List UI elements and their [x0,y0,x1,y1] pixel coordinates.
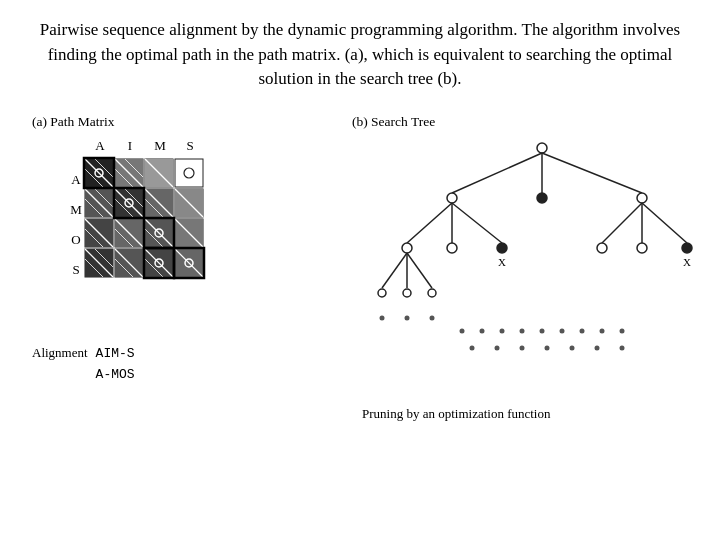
pruning-label: Pruning by an optimization function [352,406,550,422]
main-title: Pairwise sequence alignment by the dynam… [32,18,688,92]
page-container: Pairwise sequence alignment by the dynam… [0,0,720,540]
svg-text:I: I [128,138,132,153]
svg-line-106 [407,253,432,288]
svg-line-82 [452,153,542,193]
alignment-values: AIM-S A-MOS [96,344,135,386]
path-matrix-svg: A I M S A M O S [32,136,242,336]
alignment-val2: A-MOS [96,367,135,382]
svg-point-124 [570,345,575,350]
svg-text:O: O [71,232,80,247]
svg-text:X: X [683,256,691,268]
svg-point-22 [184,168,194,178]
svg-point-111 [460,328,465,333]
svg-point-107 [428,289,436,297]
svg-line-86 [542,153,642,193]
svg-point-85 [537,193,547,203]
svg-point-116 [560,328,565,333]
svg-point-112 [480,328,485,333]
svg-point-114 [520,328,525,333]
svg-text:M: M [154,138,166,153]
svg-point-93 [497,243,507,253]
svg-point-109 [405,315,410,320]
svg-point-122 [520,345,525,350]
alignment-val1: AIM-S [96,346,135,361]
svg-point-105 [403,289,411,297]
svg-text:S: S [72,262,79,277]
svg-point-113 [500,328,505,333]
svg-point-98 [637,243,647,253]
svg-point-103 [378,289,386,297]
search-tree-svg: X X [352,136,720,396]
left-panel-label: (a) Path Matrix [32,114,114,130]
svg-point-81 [537,143,547,153]
svg-point-125 [595,345,600,350]
svg-point-118 [600,328,605,333]
right-panel: (b) Search Tree [332,114,720,422]
svg-point-115 [540,328,545,333]
svg-text:A: A [71,172,81,187]
svg-line-92 [452,203,502,243]
svg-point-120 [470,345,475,350]
svg-point-126 [620,345,625,350]
svg-line-99 [642,203,687,243]
svg-point-100 [682,243,692,253]
content-row: (a) Path Matrix A I M S A M O S [32,114,688,422]
svg-text:X: X [498,256,506,268]
left-panel: (a) Path Matrix A I M S A M O S [32,114,332,386]
svg-point-83 [447,193,457,203]
svg-point-96 [597,243,607,253]
svg-text:M: M [70,202,82,217]
svg-point-91 [447,243,457,253]
svg-point-121 [495,345,500,350]
svg-line-88 [407,203,452,243]
alignment-label: Alignment [32,345,88,361]
svg-line-102 [382,253,407,288]
svg-point-87 [637,193,647,203]
svg-line-95 [602,203,642,243]
svg-point-110 [430,315,435,320]
svg-point-123 [545,345,550,350]
svg-point-108 [380,315,385,320]
right-panel-label: (b) Search Tree [352,114,435,130]
svg-point-117 [580,328,585,333]
svg-point-89 [402,243,412,253]
svg-text:S: S [186,138,193,153]
svg-text:A: A [95,138,105,153]
svg-point-119 [620,328,625,333]
